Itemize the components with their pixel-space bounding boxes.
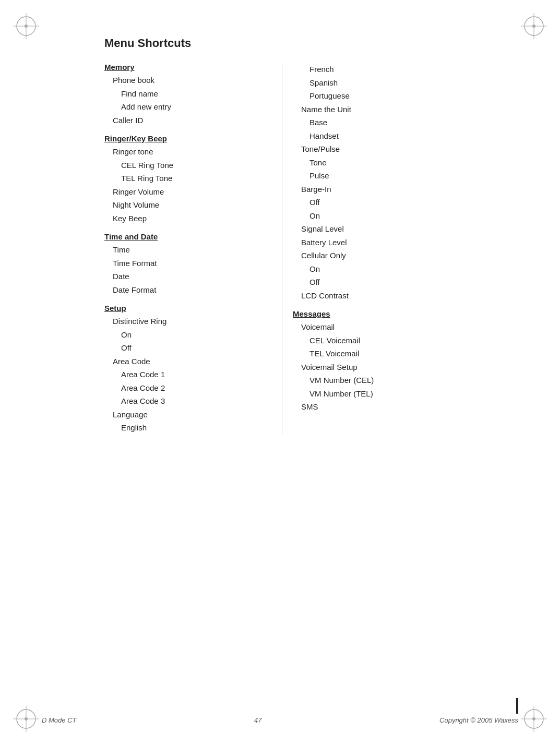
- column-divider: [282, 63, 282, 435]
- list-item: On: [293, 209, 518, 223]
- list-item: Base: [293, 116, 518, 129]
- footer-rule: [516, 698, 518, 714]
- corner-mark-tl: [10, 10, 42, 42]
- list-item: Area Code: [104, 355, 271, 368]
- list-item: Key Beep: [104, 212, 271, 225]
- list-item: Voicemail: [293, 320, 518, 334]
- list-item: Time Format: [104, 257, 271, 270]
- list-item: Signal Level: [293, 222, 518, 236]
- list-item: Area Code 2: [104, 381, 271, 395]
- list-item: Ringer Volume: [104, 185, 271, 199]
- list-item: Language: [104, 408, 271, 422]
- list-item: Voicemail Setup: [293, 361, 518, 374]
- list-item: Add new entry: [104, 100, 271, 114]
- section-header: Memory: [104, 63, 271, 71]
- list-item: Find name: [104, 87, 271, 101]
- section-header: Time and Date: [104, 232, 271, 241]
- section-header: Setup: [104, 304, 271, 313]
- list-item: Time: [104, 243, 271, 257]
- list-item: Battery Level: [293, 236, 518, 249]
- list-item: On: [293, 262, 518, 276]
- right-column: FrenchSpanishPortugueseName the UnitBase…: [293, 63, 518, 435]
- list-item: CEL Ring Tone: [104, 159, 271, 172]
- list-item: Off: [293, 196, 518, 209]
- list-item: TEL Voicemail: [293, 347, 518, 361]
- list-item: French: [293, 63, 518, 76]
- list-item: TEL Ring Tone: [104, 172, 271, 185]
- left-column: MemoryPhone bookFind nameAdd new entryCa…: [104, 63, 271, 435]
- list-item: English: [104, 421, 271, 435]
- list-item: Cellular Only: [293, 249, 518, 262]
- list-item: Off: [293, 275, 518, 289]
- list-item: Portuguese: [293, 89, 518, 103]
- list-item: Pulse: [293, 169, 518, 183]
- list-item: LCD Contrast: [293, 289, 518, 303]
- page-title: Menu Shortcuts: [104, 37, 518, 50]
- list-item: Name the Unit: [293, 103, 518, 116]
- list-item: Night Volume: [104, 198, 271, 212]
- footer-right: Copyright © 2005 Waxess: [439, 716, 518, 724]
- list-item: CEL Voicemail: [293, 334, 518, 347]
- list-item: Off: [104, 341, 271, 355]
- list-item: Spanish: [293, 76, 518, 90]
- list-item: Tone: [293, 156, 518, 170]
- footer-left: D Mode CT: [42, 716, 76, 724]
- list-item: Handset: [293, 129, 518, 143]
- section-header: Ringer/Key Beep: [104, 134, 271, 143]
- list-item: Phone book: [104, 74, 271, 87]
- list-item: Area Code 1: [104, 368, 271, 381]
- corner-mark-tr: [518, 10, 550, 42]
- list-item: Distinctive Ring: [104, 315, 271, 328]
- list-item: Date Format: [104, 283, 271, 297]
- list-item: Barge-In: [293, 183, 518, 196]
- list-item: Tone/Pulse: [293, 142, 518, 156]
- footer-center: 47: [254, 716, 261, 724]
- footer: D Mode CT 47 Copyright © 2005 Waxess: [0, 716, 560, 724]
- list-item: Caller ID: [104, 114, 271, 127]
- section-header: Messages: [293, 309, 518, 318]
- list-item: Ringer tone: [104, 145, 271, 159]
- list-item: VM Number (TEL): [293, 387, 518, 401]
- list-item: On: [104, 328, 271, 342]
- page: Menu Shortcuts MemoryPhone bookFind name…: [0, 0, 560, 745]
- list-item: Area Code 3: [104, 394, 271, 408]
- list-item: VM Number (CEL): [293, 374, 518, 387]
- list-item: Date: [104, 270, 271, 283]
- content-area: MemoryPhone bookFind nameAdd new entryCa…: [104, 63, 518, 435]
- list-item: SMS: [293, 400, 518, 414]
